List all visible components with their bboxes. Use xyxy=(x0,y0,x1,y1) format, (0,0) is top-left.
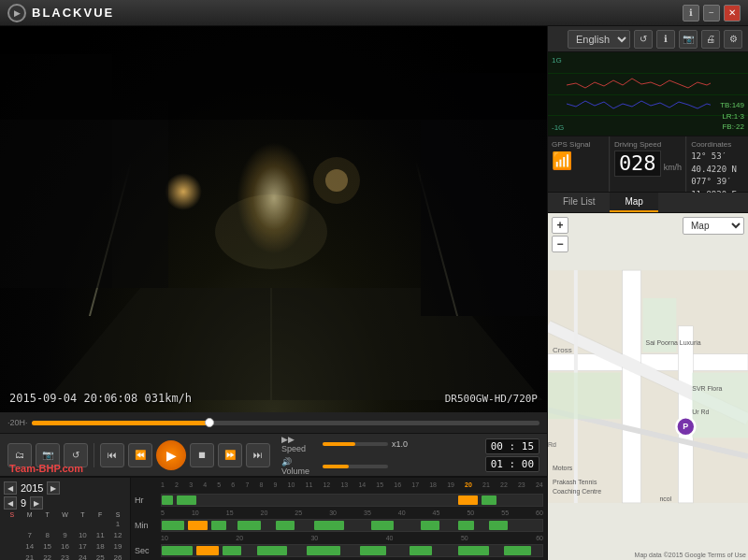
cal-day-empty-2 xyxy=(39,519,56,529)
svg-rect-1 xyxy=(112,101,168,288)
vol-slider[interactable] xyxy=(323,465,388,468)
speed-fill xyxy=(323,442,355,446)
scene-svg xyxy=(0,26,547,412)
hr-track[interactable] xyxy=(161,494,543,507)
min-number-labels: 51015202530354045505560 xyxy=(161,510,543,516)
camera-button[interactable]: 📷 xyxy=(36,443,60,467)
cal-day-26[interactable]: 26 xyxy=(109,553,126,560)
speed-slider[interactable] xyxy=(323,442,388,446)
calendar-grid: 1789101112141516171819212223242526282930 xyxy=(4,519,126,560)
calendar-year: ◀ 2015 ▶ xyxy=(4,481,60,495)
svg-point-7 xyxy=(313,157,360,204)
month-prev-button[interactable]: ◀ xyxy=(4,496,17,510)
gsensor-lr: LR:1·3 xyxy=(720,111,744,122)
map-container: Cross Sai Poorna Luxuria SVR Flora Ur Rd… xyxy=(548,213,748,560)
cal-day-1[interactable]: 1 xyxy=(109,519,126,529)
speed-unit: km/h xyxy=(664,163,683,172)
cal-day-21[interactable]: 21 xyxy=(22,553,38,560)
refresh-button[interactable]: ↺ xyxy=(64,443,88,467)
cal-day-22[interactable]: 22 xyxy=(39,553,56,560)
zoom-out-button[interactable]: − xyxy=(552,236,568,252)
cal-day-23[interactable]: 23 xyxy=(57,553,74,560)
window-controls: ℹ − ✕ xyxy=(683,5,741,22)
sec-seg-9 xyxy=(504,546,530,555)
minimize-button[interactable]: − xyxy=(703,5,720,22)
seek-track[interactable] xyxy=(32,421,539,425)
sec-seg-6 xyxy=(360,546,386,555)
month-next-button[interactable]: ▶ xyxy=(30,496,43,510)
step-fwd-button[interactable]: ⏩ xyxy=(218,443,242,467)
cal-day-16[interactable]: 16 xyxy=(57,541,74,552)
cal-header-sun: S xyxy=(4,511,21,518)
seek-label: ·20H· xyxy=(7,418,28,427)
coords-block: Coordinates 12° 53′ 40.4220 N 077° 39′ 1… xyxy=(687,136,748,192)
language-select[interactable]: English xyxy=(568,30,630,49)
info-button[interactable]: ℹ xyxy=(683,5,699,22)
year-next-button[interactable]: ▶ xyxy=(47,481,60,495)
gsensor-waveform xyxy=(567,52,711,136)
sec-seg-1 xyxy=(162,546,193,555)
cal-day-17[interactable]: 17 xyxy=(74,541,91,552)
folder-button[interactable]: 🗂 xyxy=(7,443,32,467)
svg-rect-19 xyxy=(692,373,748,438)
year-prev-button[interactable]: ◀ xyxy=(4,481,17,495)
step-back-button[interactable]: ⏪ xyxy=(128,443,152,467)
timeline-panel: 123456789101112131415161718192021222324 … xyxy=(131,478,547,560)
min-numbers-row: 51015202530354045505560 xyxy=(135,510,543,516)
sec-segments xyxy=(162,545,542,556)
cal-day-empty-14 xyxy=(4,541,21,552)
info-icon-button[interactable]: ℹ xyxy=(656,30,675,49)
cal-day-11[interactable]: 11 xyxy=(92,530,108,540)
hour-numbers-row: 123456789101112131415161718192021222324 xyxy=(135,481,543,491)
settings-icon-button[interactable]: ⚙ xyxy=(724,30,742,49)
skip-fwd-button[interactable]: ⏭ xyxy=(246,443,270,467)
sec-timeline-row: Sec xyxy=(135,544,543,557)
close-button[interactable]: ✕ xyxy=(724,5,741,22)
min-seg-4 xyxy=(237,521,260,530)
cal-day-9[interactable]: 9 xyxy=(57,530,74,540)
camera-icon-button[interactable]: 📷 xyxy=(679,30,698,49)
svg-rect-8 xyxy=(0,26,547,120)
cal-day-12[interactable]: 12 xyxy=(109,530,126,540)
calendar-days-header: S M T W T F S xyxy=(4,511,126,518)
cal-day-7[interactable]: 7 xyxy=(22,530,38,540)
speed-display-area: 028 km/h xyxy=(614,151,682,177)
right-panel: English ↺ ℹ 📷 🖨 ⚙ 1G -1G TB:149 xyxy=(547,26,748,560)
cal-day-19[interactable]: 19 xyxy=(109,541,126,552)
svg-point-5 xyxy=(215,194,327,269)
info-section: GPS Signal 📶 Driving Speed 028 km/h Coor… xyxy=(548,136,748,193)
cal-day-24[interactable]: 24 xyxy=(74,553,91,560)
zoom-in-button[interactable]: + xyxy=(552,217,568,234)
sec-number-labels: 102030405060 xyxy=(161,535,543,541)
seek-thumb[interactable] xyxy=(205,418,214,427)
min-label: Min xyxy=(135,521,157,530)
print-icon-button[interactable]: 🖨 xyxy=(701,30,720,49)
cal-day-15[interactable]: 15 xyxy=(39,541,56,552)
cal-day-empty-1 xyxy=(22,519,38,529)
video-area: 2015-09-04 20:06:08 031km/h DR500GW-HD/7… xyxy=(0,26,547,412)
tab-map[interactable]: Map xyxy=(610,193,657,212)
tab-filelist[interactable]: File List xyxy=(548,193,610,212)
cal-header-tue: T xyxy=(39,511,56,518)
min-track[interactable] xyxy=(161,519,543,532)
sec-numbers-row: 102030405060 xyxy=(135,535,543,541)
cal-day-8[interactable]: 8 xyxy=(39,530,56,540)
sec-track[interactable] xyxy=(161,544,543,557)
svg-rect-11 xyxy=(623,270,641,503)
gsensor-bottom-label: -1G xyxy=(552,123,564,132)
cal-day-14[interactable]: 14 xyxy=(22,541,38,552)
stop-button[interactable]: ⏹ xyxy=(190,443,214,467)
calendar-nav: ◀ 2015 ▶ xyxy=(4,481,126,495)
gps-title: GPS Signal xyxy=(552,140,605,149)
min-timeline-row: Min xyxy=(135,519,543,532)
cal-day-18[interactable]: 18 xyxy=(92,541,108,552)
cal-day-10[interactable]: 10 xyxy=(74,530,91,540)
cal-day-25[interactable]: 25 xyxy=(92,553,108,560)
skip-back-button[interactable]: ⏮ xyxy=(100,443,124,467)
cal-header-mon: M xyxy=(22,511,38,518)
refresh-icon-button[interactable]: ↺ xyxy=(634,30,653,49)
map-type-select[interactable]: Map Satellite Hybrid xyxy=(683,217,744,235)
gps-signal-icon: 📶 xyxy=(552,151,605,171)
logo-icon: ▶ xyxy=(7,4,26,22)
play-button[interactable]: ▶ xyxy=(156,440,186,470)
